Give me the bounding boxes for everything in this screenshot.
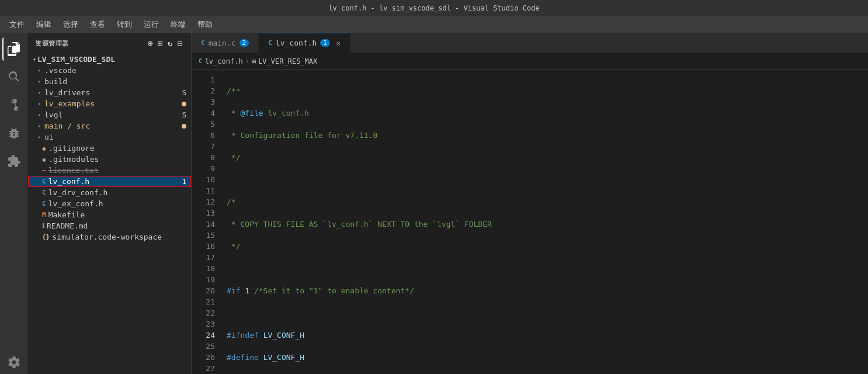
ln-25: 25 xyxy=(192,341,215,352)
file-lv-conf-h[interactable]: C lv_conf.h 1 xyxy=(28,176,191,187)
folder-name: build xyxy=(44,77,67,86)
menu-help[interactable]: 帮助 xyxy=(193,18,217,31)
collapse-icon[interactable]: ⊟ xyxy=(176,37,184,49)
ln-6: 6 xyxy=(192,130,215,141)
breadcrumb-file: lv_conf.h xyxy=(205,57,243,65)
ln-23: 23 xyxy=(192,318,215,330)
file-lv-ex-conf[interactable]: C lv_ex_conf.h xyxy=(28,198,191,209)
menu-view[interactable]: 查看 xyxy=(85,18,110,31)
code-line-1: /** xyxy=(227,85,861,96)
ln-20: 20 xyxy=(192,285,215,296)
activity-settings[interactable] xyxy=(2,351,26,374)
file-name: README.md xyxy=(47,221,88,230)
new-file-icon[interactable]: ⊕ xyxy=(147,37,154,49)
folder-name: lvgl xyxy=(44,110,63,119)
file-gitignore[interactable]: ◈ .gitignore xyxy=(28,143,191,154)
folder-arrow: › xyxy=(37,67,41,74)
file-licence[interactable]: — licence.txt xyxy=(28,165,191,176)
breadcrumb: C lv_conf.h › ⊞ LV_VER_RES_MAX xyxy=(192,53,868,70)
ln-17: 17 xyxy=(192,252,215,263)
sidebar-header-icons: ⊕ ⊞ ↻ ⊟ xyxy=(147,37,184,49)
sidebar: 资源管理器 ⊕ ⊞ ↻ ⊟ ▾ LV_SIM_VSCODE_SDL › .vsc… xyxy=(28,33,192,374)
file-name: Makefile xyxy=(48,210,85,219)
folder-name: lv_drivers xyxy=(44,88,90,97)
menu-file[interactable]: 文件 xyxy=(5,18,29,31)
folder-vscode[interactable]: › .vscode xyxy=(28,65,191,76)
menu-bar: 文件 编辑 选择 查看 转到 运行 终端 帮助 xyxy=(0,16,868,33)
git-icon: ◈ xyxy=(42,144,46,153)
new-folder-icon[interactable]: ⊞ xyxy=(157,37,164,49)
tab-badge: 1 xyxy=(320,39,330,47)
root-arrow: ▾ xyxy=(33,56,36,63)
code-editor: 1 2 3 4 5 6 7 8 9 10 11 12 13 14 15 16 1… xyxy=(192,70,868,374)
code-line-3: * Configuration file for v7.11.0 xyxy=(227,130,861,141)
ln-14: 14 xyxy=(192,219,215,230)
folder-name: lv_examples xyxy=(44,99,95,108)
file-workspace[interactable]: {} simulator.code-workspace xyxy=(28,231,191,243)
code-line-5 xyxy=(227,174,861,185)
sidebar-title: 资源管理器 xyxy=(35,39,69,48)
activity-source-control[interactable] xyxy=(2,94,26,117)
ln-8: 8 xyxy=(192,152,215,163)
file-name: lv_drv_conf.h xyxy=(48,188,108,197)
ln-22: 22 xyxy=(192,307,215,318)
activity-explorer[interactable] xyxy=(2,37,26,61)
file-readme[interactable]: ℹ README.md xyxy=(28,220,191,231)
root-folder[interactable]: ▾ LV_SIM_VSCODE_SDL xyxy=(28,54,191,65)
c-file-icon: C xyxy=(42,189,46,196)
activity-bar xyxy=(0,33,28,374)
file-name: .gitmodules xyxy=(48,155,99,164)
file-makefile[interactable]: M Makefile xyxy=(28,209,191,220)
ln-11: 11 xyxy=(192,185,215,196)
code-line-4: */ xyxy=(227,152,861,163)
tabs-bar: C main.c 2 C lv_conf.h 1 × xyxy=(192,33,868,53)
menu-run[interactable]: 运行 xyxy=(139,18,164,31)
folder-ui[interactable]: › ui xyxy=(28,131,191,143)
code-content[interactable]: /** * @file lv_conf.h * Configuration fi… xyxy=(220,70,868,374)
breadcrumb-symbol: LV_VER_RES_MAX xyxy=(258,57,317,65)
folder-name: ui xyxy=(44,133,54,141)
badge-s: S xyxy=(182,111,186,119)
code-line-7: * COPY THIS FILE AS `lv_conf.h` NEXT TO … xyxy=(227,219,861,230)
activity-debug[interactable] xyxy=(2,122,26,145)
tab-c-icon: C xyxy=(268,39,272,47)
git-icon: ◈ xyxy=(42,155,46,164)
json-file-icon: {} xyxy=(42,233,50,241)
file-gitmodules[interactable]: ◈ .gitmodules xyxy=(28,154,191,165)
refresh-icon[interactable]: ↻ xyxy=(166,37,174,49)
ln-1: 1 xyxy=(192,74,215,85)
activity-extensions[interactable] xyxy=(2,150,26,173)
tab-close-button[interactable]: × xyxy=(336,39,341,48)
code-line-13: #define LV_CONF_H xyxy=(227,352,861,363)
folder-main-src[interactable]: › main / src xyxy=(28,120,191,131)
file-name: simulator.code-workspace xyxy=(52,233,162,241)
ln-24: 24 xyxy=(192,330,215,341)
ln-18: 18 xyxy=(192,263,215,274)
tab-main-c[interactable]: C main.c 2 xyxy=(192,33,259,53)
file-tree: ▾ LV_SIM_VSCODE_SDL › .vscode › build › … xyxy=(28,54,191,374)
main-area: 资源管理器 ⊕ ⊞ ↻ ⊟ ▾ LV_SIM_VSCODE_SDL › .vsc… xyxy=(0,33,868,374)
ln-27: 27 xyxy=(192,363,215,374)
activity-search[interactable] xyxy=(2,65,26,89)
file-type-icon: — xyxy=(42,167,46,174)
folder-arrow: › xyxy=(37,123,41,129)
sidebar-header: 资源管理器 ⊕ ⊞ ↻ ⊟ xyxy=(28,33,191,54)
badge-s: S xyxy=(182,89,186,97)
menu-terminal[interactable]: 终端 xyxy=(166,18,190,31)
code-line-10: #if 1 /*Set it to "1" to enable content*… xyxy=(227,285,861,296)
tab-lv-conf-h[interactable]: C lv_conf.h 1 × xyxy=(259,33,350,53)
folder-lv-examples[interactable]: › lv_examples xyxy=(28,98,191,109)
menu-goto[interactable]: 转到 xyxy=(112,18,137,31)
folder-arrow: › xyxy=(37,89,41,96)
m-file-icon: M xyxy=(42,211,46,219)
menu-select[interactable]: 选择 xyxy=(58,18,83,31)
modified-dot xyxy=(182,102,186,106)
tab-label: lv_conf.h xyxy=(276,39,317,47)
ln-15: 15 xyxy=(192,230,215,241)
folder-lv-drivers[interactable]: › lv_drivers S xyxy=(28,87,191,98)
menu-edit[interactable]: 编辑 xyxy=(32,18,56,31)
folder-lvgl[interactable]: › lvgl S xyxy=(28,109,191,120)
ln-10: 10 xyxy=(192,174,215,185)
file-lv-drv-conf[interactable]: C lv_drv_conf.h xyxy=(28,187,191,198)
folder-build[interactable]: › build xyxy=(28,76,191,87)
